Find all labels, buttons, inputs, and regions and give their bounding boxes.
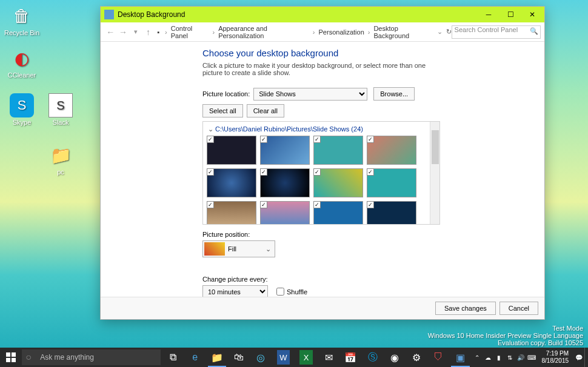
forward-button[interactable]: → — [117, 27, 130, 37]
wallpaper-thumb[interactable]: ✓ — [367, 168, 416, 197]
onedrive-icon[interactable]: ☁ — [483, 354, 493, 361]
skype-taskbar-icon[interactable]: Ⓢ — [361, 348, 383, 367]
calendar-icon[interactable]: 📅 — [339, 348, 361, 367]
save-button[interactable]: Save changes — [435, 302, 496, 315]
cortana-search[interactable]: Ask me anything — [22, 349, 161, 365]
notifications-icon[interactable]: 💬 — [573, 354, 584, 361]
maximize-button[interactable]: ☐ — [499, 7, 521, 22]
desktop-icon-recycle[interactable]: 🗑Recycle Bin — [4, 4, 40, 36]
settings-icon[interactable]: ⚙ — [406, 348, 427, 367]
browse-button[interactable]: Browse... — [373, 87, 415, 101]
folder-label[interactable]: C:\Users\Daniel Rubino\Pictures\Slide Sh… — [207, 124, 426, 136]
desktop-icon-slack[interactable]: SSlack — [42, 93, 79, 126]
minimize-button[interactable]: ─ — [478, 7, 499, 22]
thumb-checkbox[interactable]: ✓ — [313, 136, 321, 143]
window-icon — [104, 10, 114, 19]
position-preview-icon — [204, 242, 225, 256]
picture-location-label: Picture location: — [202, 90, 250, 98]
gallery-scrollbar[interactable] — [430, 122, 439, 224]
thumb-checkbox[interactable]: ✓ — [367, 201, 374, 208]
task-view-button[interactable]: ⧉ — [162, 348, 184, 367]
watermark: Test Mode Windows 10 Home Insider Previe… — [428, 325, 583, 346]
picture-location-select[interactable]: Slide Shows — [253, 88, 367, 101]
desktop-icon-ccleaner[interactable]: ◐CCleaner — [4, 46, 40, 79]
address-dropdown[interactable]: ⌄ — [437, 28, 443, 36]
thumb-checkbox[interactable]: ✓ — [260, 136, 267, 143]
breadcrumb-1[interactable]: Appearance and Personalization — [217, 25, 310, 39]
control-panel-taskbar[interactable]: ▣ — [449, 348, 471, 367]
wallpaper-thumb[interactable]: ✓ — [207, 136, 256, 165]
desktop-icon-pc[interactable]: 📁pc — [42, 143, 79, 176]
thumb-checkbox[interactable]: ✓ — [207, 201, 214, 208]
footer: Save changes Cancel — [101, 297, 544, 319]
start-button[interactable] — [0, 348, 22, 367]
shield-icon[interactable]: ⛉ — [427, 348, 449, 367]
window-title: Desktop Background — [118, 10, 185, 19]
wallpaper-thumb[interactable]: ✓ — [207, 201, 256, 224]
volume-icon[interactable]: 🔊 — [515, 354, 526, 361]
recent-button[interactable]: ▾ — [129, 28, 142, 36]
picture-position-select[interactable]: Fill ⌄ — [202, 240, 275, 257]
chrome-icon[interactable]: ◉ — [384, 348, 406, 367]
search-input[interactable]: Search Control Panel — [452, 25, 541, 39]
up-button[interactable]: ↑ — [142, 27, 155, 37]
taskbar: Ask me anything ⧉ e 📁 🛍 ◎ W X ✉ 📅 Ⓢ ◉ ⚙ … — [0, 348, 588, 367]
breadcrumb-3[interactable]: Desktop Background — [372, 25, 433, 39]
refresh-button[interactable]: ↻ — [446, 28, 452, 36]
wallpaper-thumb[interactable]: ✓ — [260, 201, 310, 224]
thumb-checkbox[interactable]: ✓ — [313, 201, 321, 208]
shuffle-checkbox[interactable] — [276, 288, 284, 296]
picture-position-label: Picture position: — [202, 231, 531, 238]
thumb-checkbox[interactable]: ✓ — [313, 168, 321, 176]
battery-icon[interactable]: ▮ — [493, 354, 504, 361]
store-icon[interactable]: 🛍 — [228, 348, 250, 367]
scroll-thumb[interactable] — [432, 130, 439, 164]
tweetium-icon[interactable]: ◎ — [250, 348, 272, 367]
wallpaper-thumb[interactable]: ✓ — [260, 168, 310, 197]
desktop-icon-skype[interactable]: SSkype — [4, 93, 40, 126]
svg-rect-3 — [12, 358, 16, 362]
content-area: Choose your desktop background Click a p… — [101, 42, 544, 297]
svg-rect-2 — [6, 358, 10, 362]
shuffle-label: Shuffle — [287, 288, 307, 296]
select-all-button[interactable]: Select all — [202, 104, 243, 117]
tray-chevron-icon[interactable]: ⌃ — [472, 354, 483, 361]
thumb-checkbox[interactable]: ✓ — [260, 168, 267, 176]
wallpaper-thumb[interactable]: ✓ — [260, 136, 310, 165]
folder-icon: 📁 — [48, 143, 73, 167]
back-button[interactable]: ← — [104, 27, 117, 37]
wallpaper-thumb[interactable]: ✓ — [313, 168, 363, 197]
page-description: Click a picture to make it your desktop … — [202, 62, 445, 76]
wallpaper-thumb[interactable]: ✓ — [367, 136, 416, 165]
keyboard-icon[interactable]: ⌨ — [526, 354, 537, 361]
edge-icon[interactable]: e — [184, 348, 206, 367]
word-icon[interactable]: W — [277, 350, 290, 365]
thumb-checkbox[interactable]: ✓ — [207, 168, 214, 176]
clock[interactable]: 7:19 PM8/18/2015 — [537, 350, 574, 365]
titlebar[interactable]: Desktop Background ─ ☐ ✕ — [101, 7, 544, 22]
thumb-checkbox[interactable]: ✓ — [367, 136, 374, 143]
breadcrumb-2[interactable]: Personalization — [318, 28, 366, 36]
thumb-checkbox[interactable]: ✓ — [207, 136, 214, 143]
wallpaper-thumb[interactable]: ✓ — [367, 201, 416, 224]
page-heading: Choose your desktop background — [202, 48, 531, 58]
mail-icon[interactable]: ✉ — [318, 348, 339, 367]
close-button[interactable]: ✕ — [521, 7, 543, 22]
wallpaper-thumb[interactable]: ✓ — [313, 136, 363, 165]
chevron-down-icon: ⌄ — [266, 245, 271, 253]
wifi-icon[interactable]: ⇅ — [504, 354, 515, 361]
breadcrumb-0[interactable]: Control Panel — [170, 25, 210, 39]
thumb-checkbox[interactable]: ✓ — [367, 168, 374, 176]
show-desktop-button[interactable] — [584, 348, 588, 367]
thumb-checkbox[interactable]: ✓ — [260, 201, 267, 208]
svg-rect-1 — [12, 352, 16, 357]
ccleaner-icon: ◐ — [10, 46, 34, 70]
cancel-button[interactable]: Cancel — [499, 302, 538, 315]
clear-all-button[interactable]: Clear all — [247, 104, 284, 117]
excel-icon[interactable]: X — [299, 350, 313, 365]
location-icon: ▪ — [155, 28, 162, 36]
wallpaper-thumb[interactable]: ✓ — [207, 168, 256, 197]
change-every-select[interactable]: 10 minutes — [202, 285, 268, 298]
wallpaper-thumb[interactable]: ✓ — [313, 201, 363, 224]
explorer-icon[interactable]: 📁 — [206, 348, 228, 367]
